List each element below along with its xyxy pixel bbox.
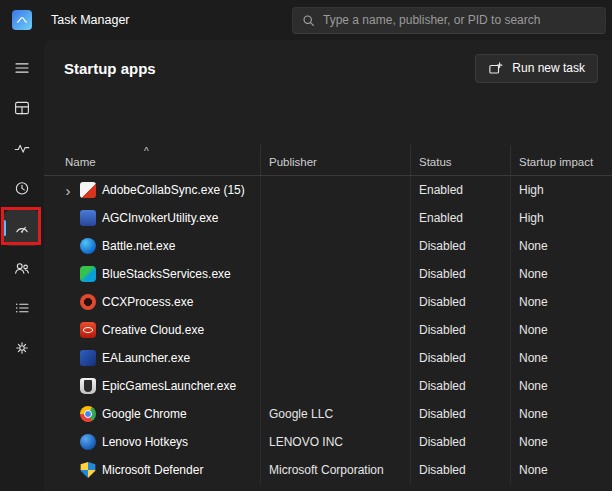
sidebar-item-processes[interactable] [4, 90, 40, 126]
search-box[interactable] [292, 7, 606, 34]
table-row[interactable]: AGCInvokerUtility.exe Enabled High [44, 204, 612, 232]
impact-cell: None [510, 316, 612, 344]
publisher-cell [260, 204, 410, 232]
app-name: Lenovo Hotkeys [102, 435, 188, 449]
column-header-name[interactable]: ^ Name [44, 145, 260, 175]
sidebar [0, 40, 44, 491]
name-cell: › AdobeCollabSync.exe (15) [44, 176, 260, 204]
publisher-cell [260, 176, 410, 204]
startup-apps-icon [13, 219, 31, 237]
status-cell: Disabled [410, 288, 510, 316]
app-name: BlueStacksServices.exe [102, 267, 231, 281]
column-header-status[interactable]: Status [410, 145, 510, 175]
table-row[interactable]: Battle.net.exe Disabled None [44, 232, 612, 260]
bluestacks-icon [80, 266, 96, 282]
impact-cell: High [510, 204, 612, 232]
table-row[interactable]: EALauncher.exe Disabled None [44, 344, 612, 372]
services-icon [13, 339, 31, 357]
name-cell: Battle.net.exe [44, 232, 260, 260]
epic-games-launcher-icon [80, 378, 96, 394]
google-chrome-icon [80, 406, 96, 422]
table-row[interactable]: Creative Cloud.exe Disabled None [44, 316, 612, 344]
ccx-process-icon [80, 294, 96, 310]
lenovo-hotkeys-icon [80, 434, 96, 450]
publisher-cell [260, 232, 410, 260]
publisher-cell [260, 316, 410, 344]
hamburger-menu-icon [13, 59, 31, 77]
impact-cell: None [510, 288, 612, 316]
table-row[interactable]: Microsoft Defender Microsoft Corporation… [44, 456, 612, 484]
name-cell: Creative Cloud.exe [44, 316, 260, 344]
column-label: Name [65, 156, 96, 168]
app-name: AGCInvokerUtility.exe [102, 211, 218, 225]
sidebar-item-app-history[interactable] [4, 170, 40, 206]
impact-cell: None [510, 232, 612, 260]
publisher-cell [260, 372, 410, 400]
impact-cell: None [510, 372, 612, 400]
column-label: Startup impact [519, 156, 593, 168]
publisher-cell: Google LLC [260, 400, 410, 428]
app-name: EALauncher.exe [102, 351, 190, 365]
creative-cloud-icon [80, 322, 96, 338]
status-cell: Enabled [410, 176, 510, 204]
task-manager-logo-icon [12, 10, 32, 30]
impact-cell: None [510, 260, 612, 288]
search-icon [302, 14, 315, 27]
table-row[interactable]: EpicGamesLauncher.exe Disabled None [44, 372, 612, 400]
expand-chevron-icon[interactable]: › [62, 183, 74, 198]
agc-invoker-utility-icon [80, 210, 96, 226]
sidebar-item-services[interactable] [4, 330, 40, 366]
impact-cell: None [510, 456, 612, 484]
search-input[interactable] [323, 13, 596, 27]
page-title: Startup apps [64, 60, 156, 77]
status-cell: Disabled [410, 428, 510, 456]
status-cell: Disabled [410, 400, 510, 428]
column-header-publisher[interactable]: Publisher [260, 145, 410, 175]
status-cell: Disabled [410, 260, 510, 288]
battle-net-icon [80, 238, 96, 254]
app-name: Creative Cloud.exe [102, 323, 204, 337]
run-new-task-icon [488, 61, 503, 76]
performance-icon [13, 139, 31, 157]
impact-cell: None [510, 400, 612, 428]
name-cell: EALauncher.exe [44, 344, 260, 372]
status-cell: Disabled [410, 372, 510, 400]
sidebar-menu-button[interactable] [4, 50, 40, 86]
name-cell: AGCInvokerUtility.exe [44, 204, 260, 232]
status-cell: Disabled [410, 232, 510, 260]
titlebar: Task Manager [0, 0, 612, 40]
run-new-task-button[interactable]: Run new task [475, 54, 598, 83]
app-name: CCXProcess.exe [102, 295, 193, 309]
app-name: Google Chrome [102, 407, 187, 421]
name-cell: CCXProcess.exe [44, 288, 260, 316]
name-cell: EpicGamesLauncher.exe [44, 372, 260, 400]
name-cell: BlueStacksServices.exe [44, 260, 260, 288]
publisher-cell: Microsoft Corporation [260, 456, 410, 484]
sidebar-item-performance[interactable] [4, 130, 40, 166]
table-row[interactable]: › AdobeCollabSync.exe (15) Enabled High [44, 176, 612, 204]
sidebar-item-details[interactable] [4, 290, 40, 326]
name-cell: Google Chrome [44, 400, 260, 428]
users-icon [13, 259, 31, 277]
column-label: Status [419, 156, 452, 168]
table-row[interactable]: BlueStacksServices.exe Disabled None [44, 260, 612, 288]
startup-apps-table: ^ Name Publisher Status Startup impact ›… [44, 145, 612, 484]
publisher-cell [260, 344, 410, 372]
sidebar-item-startup-apps[interactable] [4, 210, 40, 246]
processes-icon [13, 99, 31, 117]
app-title: Task Manager [51, 13, 130, 27]
impact-cell: High [510, 176, 612, 204]
app-name: EpicGamesLauncher.exe [102, 379, 236, 393]
table-row[interactable]: Google Chrome Google LLC Disabled None [44, 400, 612, 428]
app-history-icon [13, 179, 31, 197]
name-cell: Lenovo Hotkeys [44, 428, 260, 456]
sidebar-item-users[interactable] [4, 250, 40, 286]
task-manager-window: Task Manager [0, 0, 612, 491]
details-icon [13, 299, 31, 317]
table-row[interactable]: Lenovo Hotkeys LENOVO INC Disabled None [44, 428, 612, 456]
ea-launcher-icon [80, 350, 96, 366]
status-cell: Disabled [410, 316, 510, 344]
column-header-startup-impact[interactable]: Startup impact [510, 145, 612, 175]
table-row[interactable]: CCXProcess.exe Disabled None [44, 288, 612, 316]
main-panel: Startup apps Run new task ^ Name Publish… [44, 40, 612, 491]
